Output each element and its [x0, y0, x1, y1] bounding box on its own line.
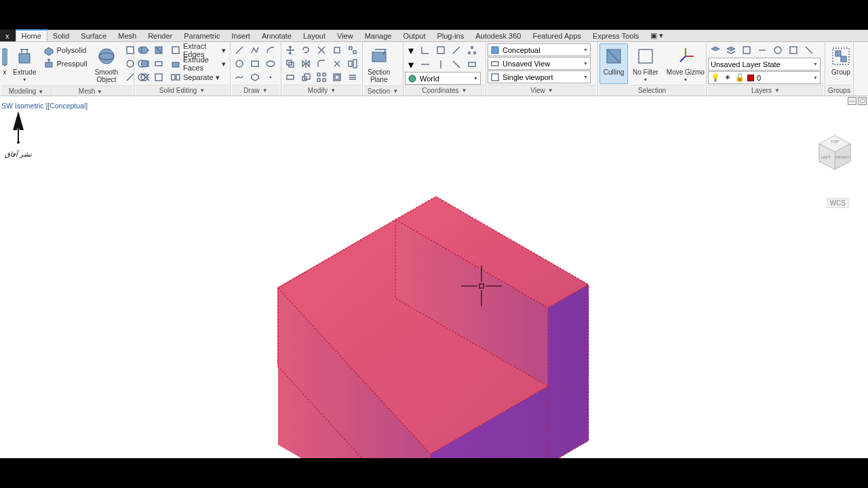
viewport-minimize-button[interactable]: —: [848, 97, 856, 105]
intersect-button[interactable]: [136, 70, 151, 84]
ucs-z-button[interactable]: [449, 58, 464, 71]
presspull-button[interactable]: Presspull: [41, 57, 90, 70]
fillet-button[interactable]: [314, 57, 329, 70]
panel-title-modify[interactable]: Modify▼: [283, 85, 361, 96]
no-filter-button[interactable]: No Filter ▼: [629, 43, 662, 84]
stretch-button[interactable]: [283, 70, 298, 84]
polygon-button[interactable]: [248, 70, 262, 84]
ucs-named-button[interactable]: [433, 43, 448, 57]
tab-home[interactable]: Home: [16, 29, 47, 41]
panel-title-selection[interactable]: Selection: [599, 85, 705, 96]
viewport-label[interactable]: SW Isometric ][Conceptual]: [1, 102, 87, 110]
ucs-world-dropdown[interactable]: World▼: [405, 72, 481, 85]
offset-edge-button[interactable]: [345, 70, 360, 84]
viewport-maximize-button[interactable]: ▢: [858, 97, 867, 105]
panel-title-section[interactable]: Section▼: [364, 85, 401, 96]
tab-plugins[interactable]: Plug-ins: [431, 30, 470, 41]
polyline-button[interactable]: [248, 43, 262, 57]
layer-tool-5[interactable]: [770, 43, 785, 57]
offset-button[interactable]: [330, 70, 344, 84]
tab-surface[interactable]: Surface: [75, 30, 113, 41]
tab-render[interactable]: Render: [142, 30, 178, 41]
extract-edges-button[interactable]: Extract Edges ▾: [167, 43, 229, 57]
erase-button[interactable]: [330, 43, 344, 57]
rectangle-button[interactable]: [248, 57, 262, 70]
ucs-dd2[interactable]: ▾: [405, 58, 417, 71]
layer-state-dropdown[interactable]: Unsaved Layer State▼: [708, 58, 821, 70]
visual-style-dropdown[interactable]: Conceptual▼: [488, 43, 591, 56]
rotate-button[interactable]: [298, 43, 313, 57]
polysolid-button[interactable]: Polysolid: [41, 43, 90, 57]
panel-title-draw[interactable]: Draw▼: [232, 85, 279, 96]
point-button[interactable]: [263, 70, 278, 84]
move-button[interactable]: [283, 43, 298, 57]
imprint-button[interactable]: [151, 70, 166, 84]
tab-annotate[interactable]: Annotate: [256, 30, 298, 41]
tab-solid[interactable]: Solid: [47, 30, 75, 41]
align-button[interactable]: [345, 57, 360, 70]
tab-layout[interactable]: Layout: [298, 30, 332, 41]
ellipse-button[interactable]: [263, 57, 278, 70]
ucs-dd[interactable]: ▾: [405, 43, 417, 57]
panel-title-modeling[interactable]: Modeling ▼: [4, 87, 48, 95]
panel-title-groups[interactable]: Groups: [827, 85, 852, 96]
layer-tool-4[interactable]: [755, 43, 770, 57]
slice-button[interactable]: [151, 43, 166, 57]
ucs-icon-button[interactable]: [418, 43, 433, 57]
circle-button[interactable]: [232, 57, 247, 70]
culling-button[interactable]: Culling: [599, 43, 628, 84]
smooth-object-button[interactable]: Smooth Object: [92, 43, 121, 85]
ucs-origin-button[interactable]: [449, 43, 464, 57]
sel-button[interactable]: [345, 43, 360, 57]
group-button[interactable]: Group: [827, 43, 855, 84]
layer-dropdown[interactable]: 💡 ☀ 🔓 0▼: [708, 71, 821, 84]
tab-focus[interactable]: ▣ ▾: [645, 30, 669, 41]
layer-tool-7[interactable]: [802, 43, 816, 57]
ucs-3point-button[interactable]: [465, 43, 479, 57]
extrude-button[interactable]: Extrude ▼: [9, 43, 39, 84]
tab-mesh[interactable]: Mesh: [113, 30, 142, 41]
layer-tool-3[interactable]: [739, 43, 754, 57]
view-dropdown[interactable]: Unsaved View▼: [488, 57, 591, 70]
arc-button[interactable]: [263, 43, 278, 57]
tab-output[interactable]: Output: [397, 30, 431, 41]
trim-button[interactable]: [314, 43, 329, 57]
tab-app[interactable]: x: [0, 30, 16, 41]
mirror-button[interactable]: [298, 57, 313, 70]
panel-title-view[interactable]: View▼: [488, 85, 596, 96]
separate-button[interactable]: Separate ▾: [167, 70, 229, 84]
extrude-faces-button[interactable]: Extrude Faces ▾: [167, 57, 229, 70]
viewcube[interactable]: TOP FRONT LEFT: [811, 130, 859, 198]
section-plane-button[interactable]: Section Plane: [364, 43, 393, 85]
copy-button[interactable]: [283, 57, 298, 70]
panel-title-coordinates[interactable]: Coordinates▼: [405, 85, 484, 96]
union-button[interactable]: [136, 43, 151, 57]
subtract-button[interactable]: [136, 57, 151, 70]
layer-tool-6[interactable]: [786, 43, 801, 57]
ucs-x-button[interactable]: [418, 58, 433, 71]
box-button[interactable]: x: [1, 43, 8, 84]
panel-title-layers[interactable]: Layers▼: [708, 85, 823, 96]
drawing-canvas[interactable]: SW Isometric ][Conceptual] نشر آفاق: [0, 96, 868, 458]
explode-button[interactable]: [330, 57, 344, 70]
panel-title-mesh[interactable]: Mesh ▼: [51, 87, 130, 95]
tab-featured-apps[interactable]: Featured Apps: [527, 30, 587, 41]
spline-button[interactable]: [232, 70, 247, 84]
tab-parametric[interactable]: Parametric: [178, 30, 226, 41]
viewport-dropdown[interactable]: Single viewport▼: [488, 70, 591, 83]
layer-tool-1[interactable]: [708, 43, 723, 57]
ucs-y-button[interactable]: [433, 58, 448, 71]
tab-view[interactable]: View: [332, 30, 359, 41]
wcs-label[interactable]: WCS: [827, 198, 849, 208]
array-button[interactable]: [314, 70, 329, 84]
line-button[interactable]: [232, 43, 247, 57]
tab-manage[interactable]: Manage: [359, 30, 398, 41]
ucs-view-button[interactable]: [465, 58, 479, 71]
panel-title-solid-editing[interactable]: Solid Editing▼: [136, 85, 229, 96]
move-gizmo-button[interactable]: Move Gizmo ▼: [663, 43, 708, 84]
scale-button[interactable]: [298, 70, 313, 84]
tab-express-tools[interactable]: Express Tools: [587, 30, 645, 41]
thicken-button[interactable]: [151, 57, 166, 70]
tab-autodesk360[interactable]: Autodesk 360: [470, 30, 527, 41]
tab-insert[interactable]: Insert: [226, 30, 256, 41]
